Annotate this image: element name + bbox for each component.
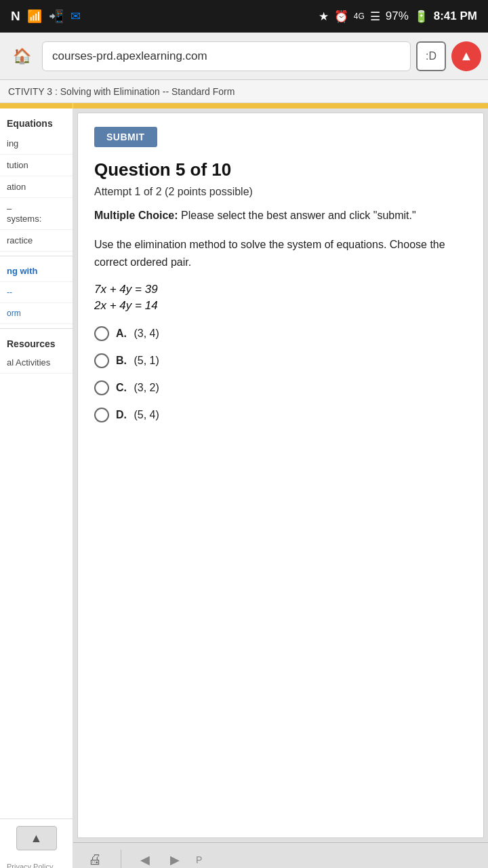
bottom-nav: 🖨 ◀ ▶ P xyxy=(73,842,488,868)
option-d[interactable]: D. (5, 4) xyxy=(94,408,467,422)
question-panel: SUBMIT Question 5 of 10 Attempt 1 of 2 (… xyxy=(77,113,484,838)
signal-icon: ☰ xyxy=(370,9,380,24)
radio-b[interactable] xyxy=(94,353,109,368)
next-arrow-icon: ▶ xyxy=(170,852,180,867)
option-b-value: (5, 1) xyxy=(134,355,159,366)
url-text: courses-prd.apexlearning.com xyxy=(52,50,207,63)
print-icon: 🖨 xyxy=(88,852,102,867)
radio-d[interactable] xyxy=(94,408,109,422)
print-button[interactable]: 🖨 xyxy=(83,848,107,869)
option-c-value: (3, 2) xyxy=(134,382,159,393)
prev-button[interactable]: ◀ xyxy=(135,850,155,869)
sidebar-bottom: ▲ xyxy=(0,818,73,857)
sidebar-item-practice[interactable]: ractice xyxy=(0,230,73,252)
sidebar-item-label: -- xyxy=(7,288,12,297)
option-b-label: B. (5, 1) xyxy=(116,355,159,367)
sidebar-item-ation[interactable]: ation xyxy=(0,176,73,198)
sidebar-divider2 xyxy=(0,328,73,329)
up-icon: ▲ xyxy=(30,831,43,846)
sidebar-item-label: orm xyxy=(7,309,21,318)
content-top-stripe xyxy=(73,103,488,108)
option-a-value: (3, 4) xyxy=(134,328,159,339)
breadcrumb: CTIVITY 3 : Solving with Elimination -- … xyxy=(0,80,488,103)
prev-arrow-icon: ◀ xyxy=(140,852,150,867)
sidebar-item-ng-with[interactable]: ng with xyxy=(0,260,73,282)
option-b-letter: B. xyxy=(116,355,127,366)
instruction-text: Please select the best answer and click … xyxy=(178,210,416,221)
home-button[interactable]: 🏠 xyxy=(7,41,37,71)
sidebar-up-button[interactable]: ▲ xyxy=(16,826,57,850)
equation-1: 7x + 4y = 39 xyxy=(94,283,467,296)
sidebar-item-systems[interactable]: –systems: xyxy=(0,198,73,230)
option-c-letter: C. xyxy=(116,382,127,393)
radio-c[interactable] xyxy=(94,380,109,395)
sidebar-top-stripe xyxy=(0,103,73,108)
sidebar-item-label: tution xyxy=(7,160,28,170)
option-d-value: (5, 4) xyxy=(134,409,159,420)
equation-text: 2x + 4y = 14 xyxy=(94,299,158,312)
battery-label: 97% xyxy=(386,9,409,23)
battery-icon: 🔋 xyxy=(414,9,428,24)
privacy-policy-link[interactable]: Privacy Policy xyxy=(0,857,73,868)
option-b[interactable]: B. (5, 1) xyxy=(94,353,467,368)
sidebar: Equations ing tution ation –systems: rac… xyxy=(0,103,73,868)
status-left-icons: N 📶 📲 ✉ xyxy=(11,9,81,24)
content-area: SUBMIT Question 5 of 10 Attempt 1 of 2 (… xyxy=(73,103,488,868)
sidebar-item-activities[interactable]: al Activities xyxy=(0,352,73,374)
instruction-bold: Multiple Choice: xyxy=(94,210,178,221)
status-right-info: ★ ⏰ 4G ☰ 97% 🔋 8:41 PM xyxy=(319,9,477,24)
call-icon: 📲 xyxy=(49,9,64,24)
browser-bar: 🏠 courses-prd.apexlearning.com :D ▲ xyxy=(0,33,488,80)
sidebar-item-sub1[interactable]: -- xyxy=(0,282,73,303)
status-bar: N 📶 📲 ✉ ★ ⏰ 4G ☰ 97% 🔋 8:41 PM xyxy=(0,0,488,33)
wifi-icon: 📶 xyxy=(27,9,42,24)
upload-icon: ▲ xyxy=(460,48,473,64)
equation-text: 7x + 4y = 39 xyxy=(94,283,158,296)
sidebar-item-label: al Activities xyxy=(7,357,50,368)
lte-icon: 4G xyxy=(354,12,365,21)
sidebar-section-title: Equations xyxy=(0,108,73,133)
pp-label: P xyxy=(196,854,202,865)
sidebar-item-tution[interactable]: tution xyxy=(0,155,73,176)
sidebar-item-ing[interactable]: ing xyxy=(0,133,73,155)
url-bar[interactable]: courses-prd.apexlearning.com xyxy=(42,41,411,71)
question-body: Use the elimination method to solve the … xyxy=(94,236,467,271)
main-layout: Equations ing tution ation –systems: rac… xyxy=(0,103,488,868)
option-c[interactable]: C. (3, 2) xyxy=(94,380,467,395)
sidebar-item-label: ing xyxy=(7,138,18,149)
option-a-label: A. (3, 4) xyxy=(116,328,159,340)
submit-button[interactable]: SUBMIT xyxy=(94,127,157,147)
upload-button[interactable]: ▲ xyxy=(451,41,481,71)
option-a-letter: A. xyxy=(116,328,127,339)
equation-block: 7x + 4y = 39 2x + 4y = 14 xyxy=(94,283,467,313)
alarm-icon: ⏰ xyxy=(334,9,348,24)
sidebar-divider xyxy=(0,256,73,256)
option-c-label: C. (3, 2) xyxy=(116,382,159,394)
question-title: Question 5 of 10 xyxy=(94,159,467,180)
n-icon: N xyxy=(11,9,20,24)
option-a[interactable]: A. (3, 4) xyxy=(94,326,467,341)
next-button[interactable]: ▶ xyxy=(165,850,185,869)
bluetooth-icon: ★ xyxy=(319,9,329,24)
tab-label: :D xyxy=(426,50,436,62)
tab-button[interactable]: :D xyxy=(416,41,446,71)
sidebar-item-label: ation xyxy=(7,182,26,192)
sidebar-resources-title: Resources xyxy=(0,333,73,352)
sidebar-item-orm[interactable]: orm xyxy=(0,303,73,324)
time-label: 8:41 PM xyxy=(434,9,477,23)
option-d-letter: D. xyxy=(116,409,127,420)
radio-a[interactable] xyxy=(94,326,109,341)
sidebar-item-label: ractice xyxy=(7,235,33,245)
option-d-label: D. (5, 4) xyxy=(116,409,159,421)
nav-divider xyxy=(121,850,121,869)
messenger-icon: ✉ xyxy=(70,9,81,24)
sidebar-item-label: –systems: xyxy=(7,203,41,224)
question-attempt: Attempt 1 of 2 (2 points possible) xyxy=(94,186,467,198)
equation-2: 2x + 4y = 14 xyxy=(94,299,467,313)
breadcrumb-text: CTIVITY 3 : Solving with Elimination -- … xyxy=(8,86,235,97)
question-instruction: Multiple Choice: Please select the best … xyxy=(94,208,467,224)
sidebar-item-label: ng with xyxy=(7,266,38,276)
